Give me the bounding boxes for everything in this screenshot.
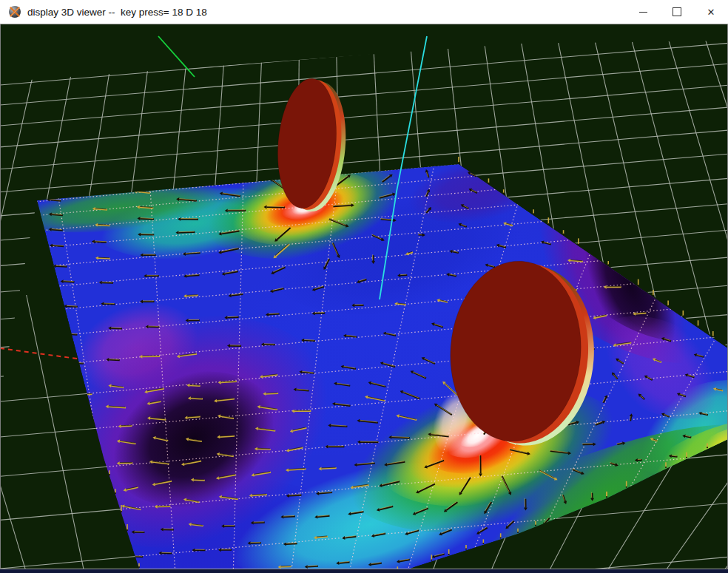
close-button[interactable]: ✕ xyxy=(694,0,728,24)
x-server-sphere-icon xyxy=(8,5,21,18)
maximize-button[interactable] xyxy=(660,0,694,24)
app-window: display 3D viewer -- key press= 18 D 18 … xyxy=(0,0,728,573)
3d-scene xyxy=(0,24,728,573)
window-border-left xyxy=(0,24,1,569)
close-icon: ✕ xyxy=(707,7,715,17)
minimize-button[interactable] xyxy=(626,0,660,24)
minimize-icon xyxy=(639,12,647,13)
window-title: display 3D viewer -- key press= 18 D 18 xyxy=(27,7,207,18)
taskbar-sliver xyxy=(0,569,728,573)
maximize-icon xyxy=(673,7,681,16)
title-bar[interactable]: display 3D viewer -- key press= 18 D 18 … xyxy=(0,0,728,24)
3d-viewport[interactable] xyxy=(0,24,728,569)
